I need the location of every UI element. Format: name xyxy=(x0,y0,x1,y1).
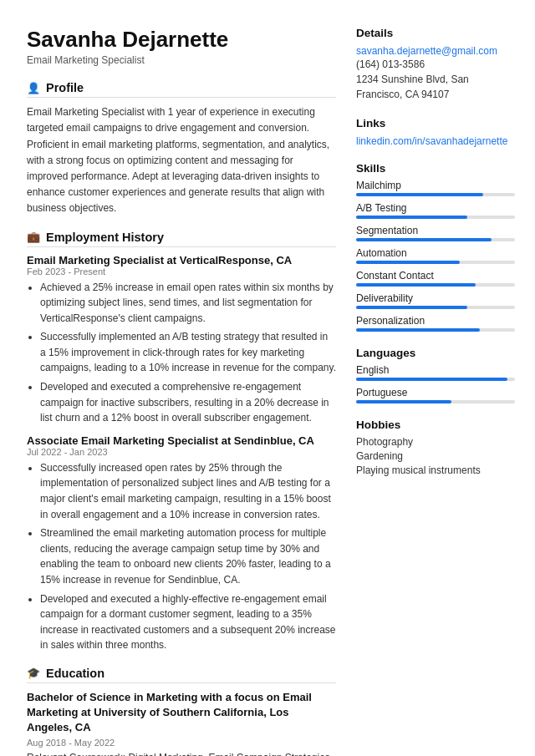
skills-section: Skills Mailchimp A/B Testing Segmentatio… xyxy=(356,162,515,332)
candidate-title: Email Marketing Specialist xyxy=(27,54,336,66)
skill-5-name: Deliverability xyxy=(356,292,515,304)
skill-1: A/B Testing xyxy=(356,202,515,219)
skill-0: Mailchimp xyxy=(356,180,515,196)
left-column: Savanha Dejarnette Email Marketing Speci… xyxy=(27,27,336,756)
job-1-bullets: Achieved a 25% increase in email open ra… xyxy=(27,280,336,426)
hobbies-section: Hobbies PhotographyGardeningPlaying musi… xyxy=(356,419,515,476)
lang-1-name: Portuguese xyxy=(356,387,515,398)
profile-section: 👤 Profile Email Marketing Specialist wit… xyxy=(27,81,336,216)
edu-degree: Bachelor of Science in Marketing with a … xyxy=(27,690,336,736)
hobby-0: Photography xyxy=(356,436,515,448)
skill-4-name: Constant Contact xyxy=(356,270,515,282)
job-2-date: Jul 2022 - Jan 2023 xyxy=(27,447,336,457)
languages-section: Languages English Portuguese xyxy=(356,347,515,403)
job-1-bullet-1: Achieved a 25% increase in email open ra… xyxy=(40,280,336,327)
skill-6-bar-bg xyxy=(356,328,515,332)
linkedin-link[interactable]: linkedin.com/in/savanhadejarnette xyxy=(356,135,507,147)
details-heading: Details xyxy=(356,27,515,39)
skill-1-name: A/B Testing xyxy=(356,202,515,214)
lang-1-bar-fill xyxy=(356,400,451,403)
skill-0-name: Mailchimp xyxy=(356,180,515,191)
skill-5-bar-fill xyxy=(356,306,467,309)
job-2-bullet-1: Successfully increased open rates by 25%… xyxy=(40,460,336,522)
education-section: 🎓 Education Bachelor of Science in Marke… xyxy=(27,667,336,756)
details-section: Details savanha.dejarnette@gmail.com (16… xyxy=(356,27,515,102)
links-heading: Links xyxy=(356,117,515,129)
hobby-1: Gardening xyxy=(356,450,515,462)
job-2-bullet-3: Developed and executed a highly-effectiv… xyxy=(40,591,336,653)
languages-container: English Portuguese xyxy=(356,364,515,403)
skills-container: Mailchimp A/B Testing Segmentation Autom… xyxy=(356,180,515,332)
lang-1-bar-bg xyxy=(356,400,515,403)
hobby-2: Playing musical instruments xyxy=(356,464,515,476)
education-heading: 🎓 Education xyxy=(27,667,336,683)
job-2: Associate Email Marketing Specialist at … xyxy=(27,434,336,653)
languages-heading: Languages xyxy=(356,347,515,359)
edu-coursework: Relevant Coursework: Digital Marketing, … xyxy=(27,750,336,756)
skill-5-bar-bg xyxy=(356,306,515,309)
job-2-bullet-2: Streamlined the email marketing automati… xyxy=(40,525,336,587)
skill-2: Segmentation xyxy=(356,225,515,241)
skill-1-bar-fill xyxy=(356,216,467,219)
right-column: Details savanha.dejarnette@gmail.com (16… xyxy=(356,27,515,756)
skill-3-bar-fill xyxy=(356,261,460,264)
employment-heading: 💼 Employment History xyxy=(27,231,336,247)
profile-icon: 👤 xyxy=(27,82,40,94)
skill-3: Automation xyxy=(356,247,515,264)
skill-2-bar-fill xyxy=(356,238,492,241)
lang-0-bar-fill xyxy=(356,378,507,381)
skill-5: Deliverability xyxy=(356,292,515,309)
education-icon: 🎓 xyxy=(27,667,40,679)
profile-heading: 👤 Profile xyxy=(27,81,336,98)
skill-2-bar-bg xyxy=(356,238,515,241)
lang-0: English xyxy=(356,364,515,381)
job-1-bullet-2: Successfully implemented an A/B testing … xyxy=(40,329,336,376)
job-2-bullets: Successfully increased open rates by 25%… xyxy=(27,460,336,653)
lang-0-name: English xyxy=(356,364,515,376)
job-2-title: Associate Email Marketing Specialist at … xyxy=(27,434,336,447)
lang-1: Portuguese xyxy=(356,387,515,403)
details-address: 1234 Sunshine Blvd, San Francisco, CA 94… xyxy=(356,72,515,102)
skill-3-bar-bg xyxy=(356,261,515,264)
employment-icon: 💼 xyxy=(27,231,40,243)
profile-text: Email Marketing Specialist with 1 year o… xyxy=(27,104,336,216)
candidate-name: Savanha Dejarnette xyxy=(27,27,336,53)
skill-4: Constant Contact xyxy=(356,270,515,287)
links-section: Links linkedin.com/in/savanhadejarnette xyxy=(356,117,515,147)
skill-4-bar-bg xyxy=(356,283,515,287)
skill-0-bar-fill xyxy=(356,193,483,196)
details-email[interactable]: savanha.dejarnette@gmail.com xyxy=(356,45,497,57)
hobbies-heading: Hobbies xyxy=(356,419,515,431)
skill-6: Personalization xyxy=(356,315,515,332)
skill-2-name: Segmentation xyxy=(356,225,515,236)
employment-section: 💼 Employment History Email Marketing Spe… xyxy=(27,231,336,653)
job-1-bullet-3: Developed and executed a comprehensive r… xyxy=(40,379,336,426)
skill-0-bar-bg xyxy=(356,193,515,196)
job-1-date: Feb 2023 - Present xyxy=(27,266,336,277)
skill-3-name: Automation xyxy=(356,247,515,259)
skill-1-bar-bg xyxy=(356,216,515,219)
job-1-title: Email Marketing Specialist at VerticalRe… xyxy=(27,254,336,266)
details-phone: (164) 013-3586 xyxy=(356,58,515,70)
skill-4-bar-fill xyxy=(356,283,476,287)
skills-heading: Skills xyxy=(356,162,515,175)
edu-dates: Aug 2018 - May 2022 xyxy=(27,738,336,748)
job-1: Email Marketing Specialist at VerticalRe… xyxy=(27,254,336,426)
skill-6-bar-fill xyxy=(356,328,480,332)
lang-0-bar-bg xyxy=(356,378,515,381)
hobbies-container: PhotographyGardeningPlaying musical inst… xyxy=(356,436,515,476)
skill-6-name: Personalization xyxy=(356,315,515,327)
header: Savanha Dejarnette Email Marketing Speci… xyxy=(27,27,336,66)
